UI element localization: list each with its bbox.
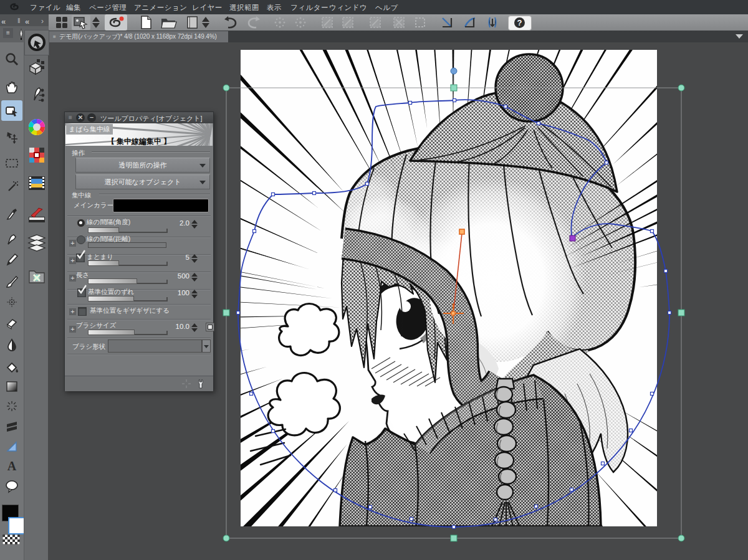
- svg-text:A: A: [7, 459, 17, 473]
